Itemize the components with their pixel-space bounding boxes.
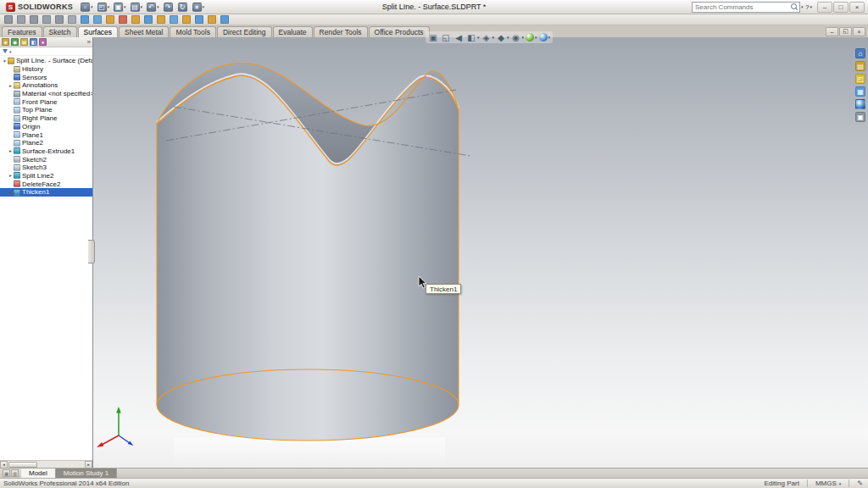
solidworks-logo[interactable]: S SOLIDWORKS	[0, 3, 79, 12]
surface-tool-button[interactable]	[206, 14, 218, 25]
dropdown-caret-icon[interactable]: ▾	[91, 4, 93, 9]
view-tool-button[interactable]: ▣	[428, 32, 439, 42]
dropdown-caret-icon[interactable]: ▾	[535, 35, 537, 40]
view-tool-button[interactable]: ◆ ▾	[496, 32, 509, 42]
toolbar-button[interactable]: ▫ ▾	[79, 2, 95, 13]
search-commands-box[interactable]: ▾	[692, 2, 800, 13]
expander-icon[interactable]: ▾	[2, 58, 8, 64]
tree-item[interactable]: Sketch3	[0, 164, 92, 172]
toolbar-button[interactable]: ▣ ▾	[112, 2, 128, 13]
displaymanager-icon[interactable]: ●	[39, 38, 47, 46]
panel-horizontal-scrollbar[interactable]: ◂ ▸	[0, 460, 92, 468]
surface-tool-button[interactable]	[3, 14, 14, 25]
view-palette-icon[interactable]: ▦	[855, 86, 865, 97]
toolbar-button[interactable]: ↻	[176, 2, 190, 13]
tree-item[interactable]: Sensors	[0, 73, 92, 81]
expander-icon[interactable]: ▸	[8, 83, 14, 88]
command-tab[interactable]: Surfaces	[78, 26, 119, 37]
expander-icon[interactable]: ▸	[8, 173, 14, 178]
file-explorer-icon[interactable]: ◰	[855, 74, 865, 84]
surface-tool-button[interactable]	[66, 14, 78, 25]
custom-properties-icon[interactable]: ✎	[857, 480, 863, 487]
tree-item[interactable]: Plane2	[0, 139, 92, 147]
surface-tool-button[interactable]	[219, 14, 231, 25]
command-tab[interactable]: Sketch	[43, 26, 77, 37]
window-control-button[interactable]: –	[817, 2, 832, 13]
help-button[interactable]: ? ▾	[804, 3, 814, 11]
command-tab[interactable]: Sheet Metal	[119, 26, 169, 37]
dropdown-caret-icon[interactable]: ▾	[203, 4, 205, 9]
window-control-button[interactable]: □	[833, 2, 849, 13]
toolbar-button[interactable]: ▤ ▾	[129, 2, 145, 13]
view-tool-button[interactable]: ◱	[441, 32, 452, 42]
dimxpertmanager-icon[interactable]: ◧	[30, 38, 37, 46]
surface-tool-button[interactable]	[130, 14, 142, 25]
tree-item[interactable]: ▸ Thicken1	[0, 188, 92, 197]
search-input[interactable]	[695, 3, 788, 12]
tree-item-root[interactable]: ▾ Split LIne. - Surface (Default<<D	[0, 57, 92, 65]
surface-tool-button[interactable]	[53, 14, 65, 25]
command-tab[interactable]: Mold Tools	[170, 26, 215, 37]
tree-item[interactable]: DeleteFace2	[0, 180, 92, 188]
tree-item[interactable]: Sketch2	[0, 155, 92, 164]
design-library-icon[interactable]: ▤	[855, 61, 865, 71]
custom-properties-icon[interactable]: ▣	[855, 112, 865, 122]
tree-item[interactable]: Plane1	[0, 130, 92, 139]
surface-tool-button[interactable]	[79, 14, 91, 25]
panel-splitter-handle[interactable]	[88, 240, 95, 263]
pane-split-left-icon[interactable]: ▦	[3, 469, 10, 477]
toolbar-button[interactable]: ↶ ▾	[145, 2, 161, 13]
dropdown-caret-icon[interactable]: ▾	[548, 35, 551, 40]
toolbar-button[interactable]: ◰ ▾	[96, 2, 112, 13]
appearances-scenes-icon[interactable]	[855, 99, 865, 109]
tree-item[interactable]: Top Plane	[0, 106, 92, 114]
tree-item[interactable]: History	[0, 65, 92, 74]
view-tool-button[interactable]: ▾	[539, 33, 551, 42]
toolbar-button[interactable]: ↷	[162, 2, 175, 13]
view-tool-button[interactable]: ▾	[526, 33, 537, 42]
tree-item[interactable]: ▸ Split Line2	[0, 172, 92, 180]
dropdown-caret-icon[interactable]: ▾	[108, 4, 110, 9]
pane-split-right-icon[interactable]: ▥	[11, 469, 19, 477]
surface-tool-button[interactable]	[28, 14, 40, 25]
scrollbar-thumb[interactable]	[8, 462, 37, 468]
surface-tool-button[interactable]	[193, 14, 205, 25]
solidworks-resources-icon[interactable]: ⌂	[855, 48, 865, 58]
graphics-area[interactable]: Thicken1	[93, 37, 868, 468]
tree-item[interactable]: Front Plane	[0, 97, 92, 106]
model-canvas[interactable]	[93, 37, 868, 468]
window-control-button[interactable]: ×	[849, 2, 865, 13]
command-tab[interactable]: Evaluate	[273, 26, 313, 37]
surface-tool-button[interactable]	[41, 14, 53, 25]
filter-funnel-icon[interactable]	[3, 49, 8, 53]
dropdown-caret-icon[interactable]: ▾	[507, 35, 509, 40]
surface-tool-button[interactable]	[104, 14, 116, 25]
document-window-button[interactable]: ◱	[839, 27, 852, 36]
document-window-button[interactable]: ×	[853, 27, 865, 36]
command-tab[interactable]: Office Products	[369, 26, 430, 37]
configurationmanager-icon[interactable]: ▤	[20, 38, 28, 46]
surface-tool-button[interactable]	[155, 14, 167, 25]
view-tool-button[interactable]: ◈ ▾	[481, 32, 495, 42]
surface-tool-button[interactable]	[15, 14, 27, 25]
search-icon[interactable]	[791, 3, 798, 10]
view-tool-button[interactable]: ◉ ▾	[511, 32, 525, 42]
tree-item[interactable]: Right Plane	[0, 114, 92, 123]
command-tab[interactable]: Render Tools	[314, 26, 368, 37]
document-window-button[interactable]: –	[826, 27, 838, 36]
surface-tool-button[interactable]	[181, 14, 192, 25]
expander-icon[interactable]: ▸	[8, 190, 14, 195]
propertymanager-icon[interactable]: ◉	[11, 38, 19, 46]
document-tab[interactable]: Model	[21, 469, 56, 478]
dropdown-caret-icon[interactable]: ▾	[492, 35, 495, 40]
dropdown-caret-icon[interactable]: ▾	[522, 35, 525, 40]
view-tool-button[interactable]: ◀	[453, 32, 465, 42]
surface-tool-button[interactable]	[92, 14, 103, 25]
dropdown-caret-icon[interactable]: ▾	[477, 35, 480, 40]
tree-item[interactable]: ▸ Surface-Extrude1	[0, 147, 92, 156]
dropdown-caret-icon[interactable]: ▾	[124, 4, 126, 9]
tree-item[interactable]: ▸ Annotations	[0, 81, 92, 90]
surface-tool-button[interactable]	[168, 14, 180, 25]
document-tab[interactable]: Motion Study 1	[56, 469, 117, 478]
surface-tool-button[interactable]	[142, 14, 154, 25]
